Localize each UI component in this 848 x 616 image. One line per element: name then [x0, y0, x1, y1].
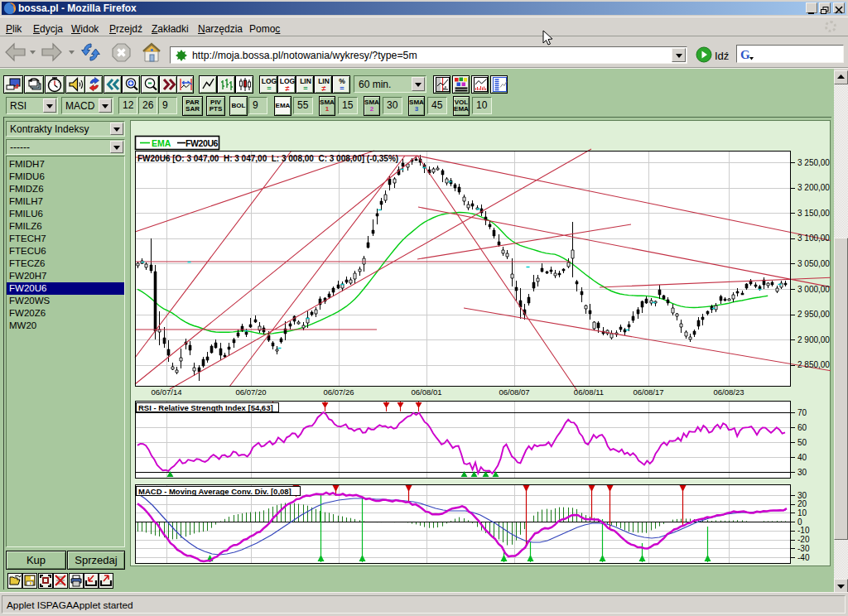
- svg-text:-30: -30: [797, 544, 810, 553]
- svg-text:06/07/14: 06/07/14: [152, 387, 182, 397]
- svg-text:-40: -40: [797, 553, 810, 562]
- svg-text:60: 60: [797, 423, 807, 432]
- svg-text:2 900,00: 2 900,00: [797, 335, 830, 344]
- svg-text:3 100,00: 3 100,00: [797, 233, 830, 243]
- svg-text:3 250,00: 3 250,00: [797, 158, 830, 167]
- svg-text:0: 0: [797, 517, 802, 527]
- svg-text:10: 10: [797, 508, 807, 517]
- svg-text:3 200,00: 3 200,00: [797, 183, 830, 192]
- svg-text:-20: -20: [797, 535, 810, 544]
- svg-text:-10: -10: [797, 526, 810, 535]
- svg-text:20: 20: [797, 499, 807, 508]
- svg-text:FW20U6: FW20U6: [186, 138, 219, 148]
- svg-text:3 050,00: 3 050,00: [797, 259, 830, 268]
- svg-text:MACD - Moving Average Conv. Di: MACD - Moving Average Conv. Div. [0,08]: [138, 487, 292, 496]
- svg-text:≠: ≠: [286, 84, 290, 93]
- svg-text:FW20U6 [O: 3 047,00 H: 3 047,: FW20U6 [O: 3 047,00 H: 3 047,00 L: 3 008…: [137, 154, 398, 163]
- svg-text:06/08/17: 06/08/17: [634, 387, 664, 397]
- svg-text:3 000,00: 3 000,00: [797, 285, 830, 294]
- svg-text:06/08/11: 06/08/11: [574, 387, 604, 397]
- svg-text:3 150,00: 3 150,00: [797, 209, 830, 218]
- svg-text:G: G: [740, 48, 750, 61]
- svg-text:2 950,00: 2 950,00: [797, 310, 830, 319]
- svg-text:=: =: [303, 84, 307, 93]
- svg-text:30: 30: [797, 491, 807, 500]
- svg-text:30: 30: [797, 468, 807, 477]
- svg-text:06/07/20: 06/07/20: [236, 387, 267, 397]
- svg-text:EMA: EMA: [152, 138, 171, 148]
- svg-text:06/08/23: 06/08/23: [714, 387, 744, 397]
- svg-text:≠: ≠: [322, 84, 326, 93]
- svg-text:50: 50: [797, 438, 807, 447]
- svg-text:06/08/07: 06/08/07: [499, 387, 530, 397]
- svg-text:=: =: [340, 84, 344, 93]
- svg-text:=: =: [267, 84, 271, 93]
- svg-text:2 850,00: 2 850,00: [797, 360, 830, 369]
- svg-text:06/08/01: 06/08/01: [412, 387, 442, 397]
- svg-text:70: 70: [797, 408, 807, 417]
- svg-text:06/07/26: 06/07/26: [324, 387, 354, 397]
- svg-text:40: 40: [797, 453, 807, 462]
- svg-text:RSI - Relative Strength Index: RSI - Relative Strength Index [54,63]: [138, 403, 273, 412]
